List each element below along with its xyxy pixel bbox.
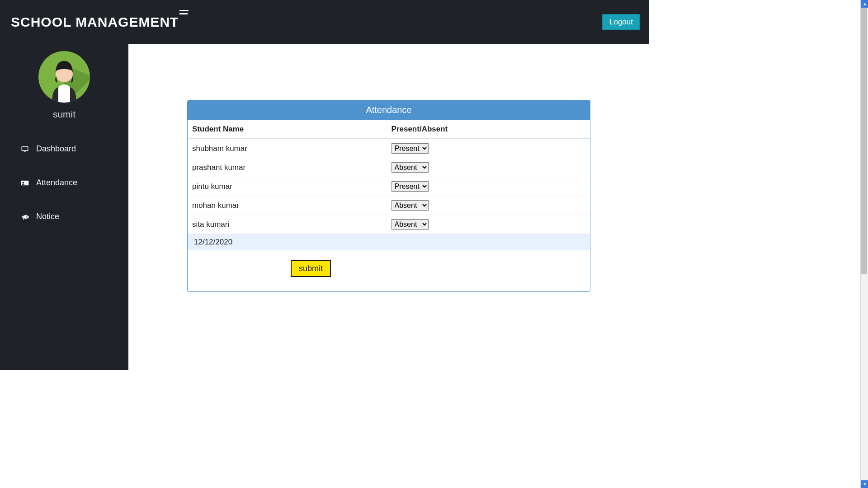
table-row: sita kumariPresentAbsent <box>188 215 590 234</box>
status-cell: PresentAbsent <box>387 139 590 158</box>
student-name-cell: shubham kumar <box>188 139 387 158</box>
sidebar-item-label: Attendance <box>36 178 77 188</box>
id-card-icon <box>20 179 30 187</box>
brand-title: SCHOOL MANAGEMENT <box>11 14 179 30</box>
scroll-thumb[interactable] <box>861 8 867 274</box>
status-cell: PresentAbsent <box>387 215 590 234</box>
menu-toggle-icon[interactable] <box>179 10 189 14</box>
monitor-icon <box>20 145 30 153</box>
status-cell: PresentAbsent <box>387 177 590 196</box>
table-row: mohan kumarPresentAbsent <box>188 196 590 215</box>
student-name-cell: pintu kumar <box>188 177 387 196</box>
bullhorn-icon <box>20 213 30 221</box>
student-name-cell: mohan kumar <box>188 196 387 215</box>
main-content: Attendance Student Name Present/Absent s… <box>128 44 649 370</box>
sidebar-nav: Dashboard Attendance Notice <box>0 133 128 228</box>
avatar <box>38 51 90 103</box>
table-row: pintu kumarPresentAbsent <box>188 177 590 196</box>
sidebar-item-notice[interactable]: Notice <box>0 206 128 228</box>
status-select[interactable]: PresentAbsent <box>392 162 429 173</box>
status-cell: PresentAbsent <box>387 196 590 215</box>
date-input[interactable] <box>194 238 290 247</box>
student-name-cell: sita kumari <box>188 215 387 234</box>
logout-button[interactable]: Logout <box>602 14 640 30</box>
status-select[interactable]: PresentAbsent <box>392 200 429 211</box>
sidebar-item-dashboard[interactable]: Dashboard <box>0 138 128 160</box>
status-select[interactable]: PresentAbsent <box>392 143 429 154</box>
scroll-up-icon[interactable] <box>861 0 868 8</box>
sidebar-item-label: Notice <box>36 212 59 221</box>
table-row: prashant kumarPresentAbsent <box>188 158 590 177</box>
app-header: SCHOOL MANAGEMENT Logout <box>0 0 649 44</box>
date-row <box>188 234 590 250</box>
col-student-name: Student Name <box>188 120 387 139</box>
scrollbar[interactable] <box>860 0 868 370</box>
status-cell: PresentAbsent <box>387 158 590 177</box>
sidebar-item-attendance[interactable]: Attendance <box>0 172 128 194</box>
student-name-cell: prashant kumar <box>188 158 387 177</box>
attendance-panel: Attendance Student Name Present/Absent s… <box>187 100 590 292</box>
status-select[interactable]: PresentAbsent <box>392 219 429 230</box>
panel-title: Attendance <box>188 100 590 120</box>
username-label: sumit <box>53 109 75 120</box>
sidebar: sumit Dashboard Attendance <box>0 44 128 370</box>
status-select[interactable]: PresentAbsent <box>392 181 429 192</box>
table-row: shubham kumarPresentAbsent <box>188 139 590 158</box>
sidebar-item-label: Dashboard <box>36 144 76 154</box>
attendance-table: Student Name Present/Absent shubham kuma… <box>188 120 590 234</box>
submit-button[interactable]: submit <box>291 260 331 277</box>
col-status: Present/Absent <box>387 120 590 139</box>
